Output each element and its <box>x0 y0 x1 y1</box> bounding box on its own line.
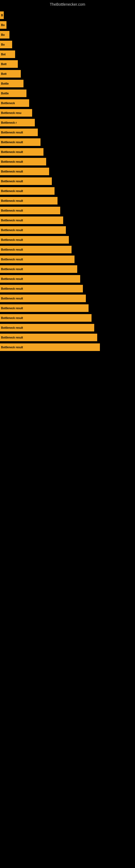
bar-text: Bottleneck result <box>1 278 23 280</box>
bar-row: Bottleneck result <box>0 225 135 235</box>
bar-text: Bottleneck result <box>1 326 23 329</box>
bar-fill: Bottleneck result <box>0 158 46 165</box>
bar-row: Bot <box>0 50 135 59</box>
bar-row: Bottleneck result <box>0 264 135 274</box>
bar-fill: Bottleneck result <box>0 207 60 214</box>
bar-text: Bottleneck result <box>1 297 23 300</box>
bar-text: Bottleneck result <box>1 131 23 134</box>
bar-fill: Bottleneck result <box>0 187 54 195</box>
bar-row: Bottleneck result <box>0 147 135 157</box>
bar-text: Bott <box>1 63 6 66</box>
bar-row: Bottleneck result <box>0 137 135 147</box>
bar-fill: Bottleneck result <box>0 314 92 322</box>
bar-fill: Bottleneck result <box>0 226 66 234</box>
bar-text: Bottleneck result <box>1 180 23 183</box>
bar-fill: Bottleneck r <box>0 119 35 126</box>
bar-text: Bottleneck result <box>1 248 23 251</box>
bar-text: Bottleneck result <box>1 151 23 154</box>
bar-text: Bottleneck result <box>1 268 23 271</box>
bar-fill: B <box>0 11 4 19</box>
bar-text: Bottle <box>1 82 9 85</box>
bar-fill: Bottleneck result <box>0 275 80 283</box>
bar-text: Bottleneck result <box>1 199 23 203</box>
bar-text: Bo <box>1 43 5 46</box>
bar-row: Bottleneck result <box>0 323 135 333</box>
bar-fill: Bott <box>0 60 18 68</box>
bar-row: Bottleneck result <box>0 127 135 137</box>
bar-fill: Bottleneck result <box>0 216 63 224</box>
bar-row: Bott <box>0 59 135 69</box>
bar-text: Bo <box>1 24 5 27</box>
bar-row: Bottleneck result <box>0 342 135 352</box>
bar-text: Bottleneck result <box>1 229 23 231</box>
bar-fill: Bottleneck result <box>0 255 75 263</box>
bar-fill: Bottleneck resu <box>0 109 32 117</box>
bar-row: Bottleneck result <box>0 196 135 206</box>
bar-text: Bottleneck <box>1 102 15 105</box>
bar-text: Bot <box>1 53 6 56</box>
bar-row: Bottleneck result <box>0 215 135 225</box>
bar-fill: Bottleneck result <box>0 129 38 136</box>
bar-row: Bottleneck result <box>0 245 135 254</box>
bar-row: Bo <box>0 40 135 50</box>
bar-text: Bottleneck result <box>1 219 23 222</box>
bar-fill: Bottleneck result <box>0 265 77 273</box>
bar-row: Bottle <box>0 79 135 88</box>
bar-text: Bottleneck result <box>1 336 23 339</box>
bar-fill: Bottle <box>0 90 27 97</box>
site-title: TheBottlenecker.com <box>0 0 135 8</box>
bar-fill: Bottleneck result <box>0 138 41 146</box>
bar-row: Bottleneck result <box>0 157 135 166</box>
bar-fill: Bottleneck result <box>0 304 89 312</box>
bar-text: Bottleneck result <box>1 141 23 144</box>
bar-text: Bottleneck result <box>1 316 23 319</box>
bar-text: Bottleneck r <box>1 121 17 124</box>
bar-fill: Bott <box>0 70 21 78</box>
bar-text: Bottleneck result <box>1 258 23 261</box>
bar-fill: Bottle <box>0 80 24 87</box>
bar-text: Bottleneck resu <box>1 112 21 115</box>
bar-fill: Bo <box>0 21 6 29</box>
bar-text: Bottleneck result <box>1 160 23 163</box>
bar-fill: Bottleneck result <box>0 167 49 175</box>
bar-fill: Bo <box>0 41 12 48</box>
bar-text: Bottleneck result <box>1 170 23 173</box>
bar-row: Bottleneck result <box>0 235 135 245</box>
bar-fill: Bottleneck result <box>0 334 97 341</box>
bar-row: Bottleneck result <box>0 293 135 303</box>
bar-fill: Bot <box>0 51 15 58</box>
bar-row: Bo <box>0 20 135 30</box>
bar-row: Bottleneck result <box>0 186 135 196</box>
site-title-container: TheBottlenecker.com <box>0 0 135 8</box>
bar-fill: Bottleneck result <box>0 236 69 244</box>
bar-fill: Bottleneck result <box>0 177 52 185</box>
bar-row: B <box>0 10 135 20</box>
bars-container: BBoBoBoBotBottBottBottleBottleBottleneck… <box>0 8 135 352</box>
bar-row: Bottleneck r <box>0 118 135 127</box>
bar-fill: Bottleneck result <box>0 324 94 332</box>
bar-fill: Bottleneck result <box>0 197 57 205</box>
bar-row: Bottleneck result <box>0 166 135 176</box>
bar-row: Bo <box>0 30 135 40</box>
bar-row: Bottleneck result <box>0 274 135 284</box>
bar-text: B <box>1 14 3 17</box>
bar-row: Bottleneck resu <box>0 108 135 118</box>
bar-row: Bottle <box>0 88 135 98</box>
bar-text: Bott <box>1 72 6 75</box>
bar-row: Bottleneck result <box>0 176 135 186</box>
bar-text: Bottle <box>1 92 9 95</box>
bar-text: Bottleneck result <box>1 287 23 290</box>
bar-fill: Bottleneck result <box>0 148 43 156</box>
bar-fill: Bottleneck result <box>0 285 83 292</box>
bar-row: Bottleneck <box>0 98 135 108</box>
bar-text: Bottleneck result <box>1 190 23 193</box>
bar-fill: Bo <box>0 31 9 38</box>
bar-row: Bottleneck result <box>0 254 135 264</box>
bar-fill: Bottleneck result <box>0 343 100 351</box>
bar-row: Bottleneck result <box>0 313 135 323</box>
bar-fill: Bottleneck <box>0 99 29 107</box>
bar-row: Bottleneck result <box>0 206 135 215</box>
bar-text: Bottleneck result <box>1 239 23 241</box>
bar-row: Bottleneck result <box>0 284 135 293</box>
bar-row: Bottleneck result <box>0 303 135 313</box>
